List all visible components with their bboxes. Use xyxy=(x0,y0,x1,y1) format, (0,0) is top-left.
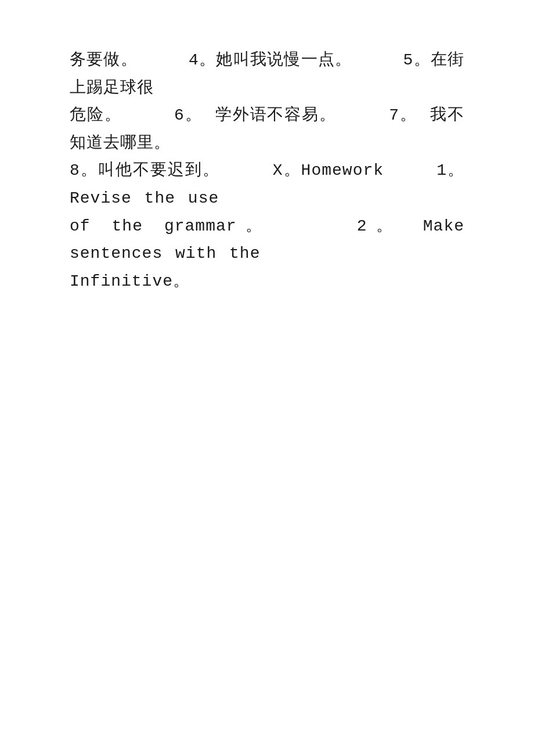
text-line-1: 务要做。 4。她叫我说慢一点。 5。在街上踢足球很 xyxy=(70,51,464,97)
text-line-4: of the grammar。 2。 Make sentences with t… xyxy=(70,217,464,263)
text-line-2: 危险。 6。 学外语不容易。 7。 我不知道去哪里。 xyxy=(70,106,464,152)
text-line-3: 8。叫他不要迟到。 X。Homework 1。Revise the use xyxy=(70,161,464,207)
main-text: 务要做。 4。她叫我说慢一点。 5。在街上踢足球很 危险。 6。 学外语不容易。… xyxy=(70,46,464,295)
text-line-5: Infinitive。 xyxy=(70,272,190,290)
page-container: 务要做。 4。她叫我说慢一点。 5。在街上踢足球很 危险。 6。 学外语不容易。… xyxy=(0,0,534,341)
